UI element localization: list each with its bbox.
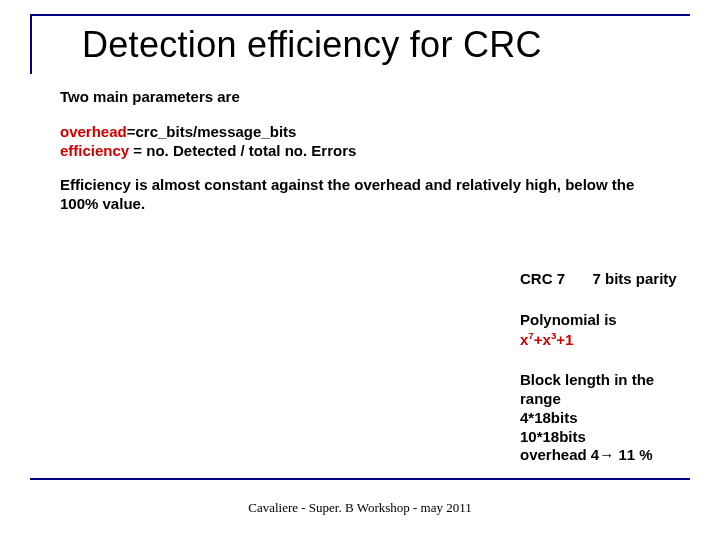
overhead-def: =crc_bits/message_bits: [127, 123, 297, 140]
arrow-icon: →: [599, 446, 614, 463]
crc-label: CRC 7: [520, 270, 580, 289]
slide-title: Detection efficiency for CRC: [82, 24, 542, 65]
block-line3: 10*18bits: [520, 428, 586, 445]
footer-text: Cavaliere - Super. B Workshop - may 2011: [0, 500, 720, 516]
title-block: Detection efficiency for CRC: [30, 14, 690, 74]
slide: Detection efficiency for CRC Two main pa…: [0, 0, 720, 540]
efficiency-def: = no. Detected / total no. Errors: [129, 142, 356, 159]
polynomial-block: Polynomial is x7+x3+1: [520, 311, 690, 350]
poly-plus1: +: [534, 331, 543, 348]
block-length-block: Block length in the range 4*18bits 10*18…: [520, 371, 690, 465]
overhead-range-pre: overhead 4: [520, 446, 599, 463]
definitions-block: overhead=crc_bits/message_bits efficienc…: [60, 123, 660, 161]
block-line1: Block length in the range: [520, 371, 654, 407]
bottom-rule: [30, 478, 690, 480]
overhead-range-post: 11 %: [614, 446, 652, 463]
right-column: CRC 7 7 bits parity Polynomial is x7+x3+…: [520, 270, 690, 465]
intro-line: Two main parameters are: [60, 88, 660, 107]
note-line: Efficiency is almost constant against th…: [60, 176, 660, 214]
poly-plus2: +1: [556, 331, 573, 348]
poly-x2: x: [543, 331, 551, 348]
parity-label: 7 bits parity: [593, 270, 677, 287]
overhead-term: overhead: [60, 123, 127, 140]
title-rule-left: Detection efficiency for CRC: [30, 16, 690, 74]
block-line2: 4*18bits: [520, 409, 578, 426]
body: Two main parameters are overhead=crc_bit…: [60, 88, 660, 230]
poly-intro: Polynomial is: [520, 311, 617, 328]
poly-expr: x7+x3+1: [520, 331, 573, 348]
efficiency-term: efficiency: [60, 142, 129, 159]
crc-row: CRC 7 7 bits parity: [520, 270, 690, 289]
